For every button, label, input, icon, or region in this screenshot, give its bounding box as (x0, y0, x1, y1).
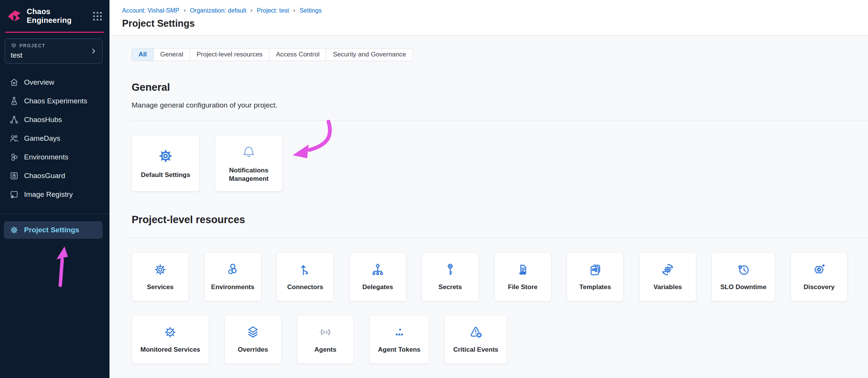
sidebar-item-label: Environments (24, 153, 68, 161)
grid-icon[interactable] (93, 12, 102, 21)
pink-curved-arrow-annotation (284, 119, 336, 161)
people-icon (9, 134, 19, 143)
page-header: Account: Vishal-SMP › Organization: defa… (110, 0, 868, 35)
sidebar-item-chaoshubs[interactable]: ChaosHubs (0, 110, 110, 129)
agents-code-icon (318, 325, 333, 340)
card-label: Agents (314, 346, 337, 354)
card-discovery[interactable]: Discovery (791, 253, 848, 301)
app-title: Chaos Engineering (27, 7, 93, 25)
gear-icon (9, 225, 19, 235)
sidebar-item-label: Project Settings (24, 226, 79, 234)
sidebar-item-chaos-experiments[interactable]: Chaos Experiments (0, 92, 110, 110)
tab-all[interactable]: All (132, 48, 153, 61)
brand-underline (5, 32, 104, 33)
connectors-branch-icon (298, 262, 313, 277)
card-label: Connectors (287, 283, 323, 291)
card-agents[interactable]: Agents (297, 315, 354, 364)
hub-network-icon (9, 115, 19, 125)
sidebar-item-label: ChaosGuard (24, 172, 65, 180)
breadcrumb-organization[interactable]: Organization: default (190, 7, 246, 14)
main-area: Account: Vishal-SMP › Organization: defa… (110, 0, 868, 378)
sidebar-item-overview[interactable]: Overview (0, 73, 110, 92)
card-file-store[interactable]: File Store (494, 253, 551, 301)
flask-icon (9, 96, 19, 106)
card-slo-downtime[interactable]: SLO Downtime (712, 253, 775, 301)
templates-stack-icon (588, 262, 603, 277)
card-critical-events[interactable]: Critical Events (444, 315, 507, 364)
gear-icon (157, 147, 174, 165)
chevron-right-icon (90, 48, 97, 55)
home-icon (9, 77, 19, 87)
card-label: Discovery (804, 283, 834, 291)
card-agent-tokens[interactable]: Agent Tokens (369, 315, 429, 364)
sidebar-item-label: Chaos Experiments (24, 97, 87, 105)
tab-general[interactable]: General (153, 48, 190, 61)
sidebar-item-label: GameDays (24, 134, 60, 143)
card-label: Default Settings (141, 171, 190, 179)
page-title: Project Settings (122, 18, 868, 29)
sidebar-item-gamedays[interactable]: GameDays (0, 129, 110, 148)
sidebar: Chaos Engineering PROJECT test (0, 0, 110, 378)
card-environments[interactable]: Environments (204, 253, 261, 301)
monitored-services-gear-check-icon (163, 325, 178, 340)
filter-tabs: All General Project-level resources Acce… (132, 48, 413, 61)
resources-cards-row-2: Monitored Services Overrides (132, 315, 868, 364)
section-divider (130, 238, 868, 238)
section-divider (130, 121, 868, 121)
breadcrumb-separator: › (293, 7, 295, 14)
tab-security-and-governance[interactable]: Security and Governance (326, 48, 412, 61)
card-notifications-management[interactable]: Notifications Management (215, 135, 283, 191)
lock-square-icon (9, 171, 19, 181)
sidebar-item-environments[interactable]: Environments (0, 148, 110, 166)
sidebar-item-chaosguard[interactable]: ChaosGuard (0, 166, 110, 185)
card-label: Notifications Management (222, 166, 275, 183)
sidebar-item-project-settings[interactable]: Project Settings (4, 221, 103, 239)
breadcrumb: Account: Vishal-SMP › Organization: defa… (122, 7, 868, 14)
project-selector[interactable]: PROJECT test (5, 39, 103, 64)
general-section-description: Manage general configuration of your pro… (132, 101, 868, 109)
tab-access-control[interactable]: Access Control (269, 48, 326, 61)
card-label: Overrides (238, 346, 268, 354)
slo-downtime-clock-icon (736, 262, 751, 277)
card-label: Agent Tokens (378, 346, 420, 354)
project-name: test (11, 51, 45, 60)
critical-events-warning-icon (468, 325, 483, 340)
resources-cards-row-1: Services Environments (132, 253, 868, 301)
card-label: Secrets (438, 283, 462, 291)
variables-gear-icon (660, 262, 675, 277)
card-label: Templates (580, 283, 611, 291)
sidebar-item-label: ChaosHubs (24, 116, 62, 124)
breadcrumb-separator: › (184, 7, 186, 14)
card-label: Variables (654, 283, 682, 291)
general-cards-row: Default Settings Notifications Managemen… (132, 135, 868, 191)
breadcrumb-account[interactable]: Account: Vishal-SMP (122, 7, 179, 14)
project-label: PROJECT (19, 43, 45, 48)
card-services[interactable]: Services (132, 253, 189, 301)
card-label: Environments (211, 283, 254, 291)
environments-circles-icon (9, 152, 19, 162)
card-monitored-services[interactable]: Monitored Services (132, 315, 209, 364)
pink-arrow-up-annotation (50, 243, 74, 288)
card-secrets[interactable]: Secrets (422, 253, 479, 301)
tab-project-level-resources[interactable]: Project-level resources (190, 48, 269, 61)
breadcrumb-settings[interactable]: Settings (300, 7, 322, 14)
cube-icon (11, 43, 17, 49)
card-label: Services (147, 283, 174, 291)
card-label: File Store (508, 283, 537, 291)
card-connectors[interactable]: Connectors (277, 253, 334, 301)
discovery-hexagon-icon (812, 262, 827, 277)
harness-chaos-logo (7, 8, 22, 24)
breadcrumb-project[interactable]: Project: test (257, 7, 289, 14)
card-templates[interactable]: Templates (567, 253, 624, 301)
card-variables[interactable]: Variables (639, 253, 696, 301)
bell-icon (240, 143, 257, 160)
file-store-icon (515, 262, 530, 277)
image-registry-icon (9, 190, 19, 199)
card-default-settings[interactable]: Default Settings (132, 135, 200, 191)
sidebar-divider (0, 214, 110, 214)
key-icon (443, 262, 458, 277)
card-label: Critical Events (453, 346, 498, 354)
sidebar-item-image-registry[interactable]: Image Registry (0, 185, 110, 204)
card-overrides[interactable]: Overrides (224, 315, 282, 364)
card-delegates[interactable]: Delegates (349, 253, 406, 301)
